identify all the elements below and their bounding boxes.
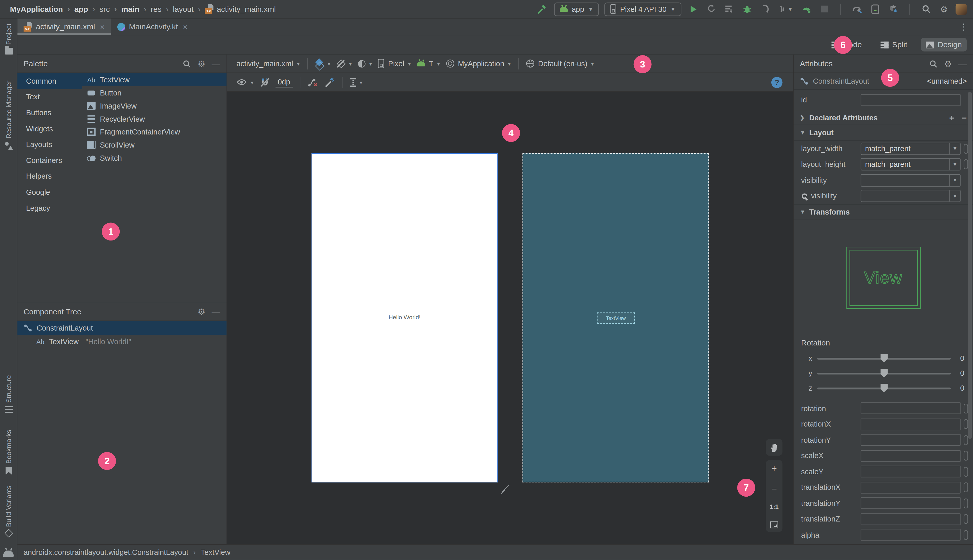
attribute-combobox[interactable]: ▼: [861, 174, 961, 186]
attribute-combobox[interactable]: match_parent▼: [861, 142, 961, 155]
night-mode-selector[interactable]: ▾: [355, 60, 375, 67]
canvas-resize-handle[interactable]: [500, 483, 511, 495]
device-selector[interactable]: Pixel▾: [375, 59, 414, 68]
attribute-pill-button[interactable]: [964, 467, 968, 477]
palette-component[interactable]: RecyclerView: [82, 112, 227, 125]
sidebar-item-build-variants[interactable]: Build Variants: [0, 485, 17, 537]
palette-component[interactable]: ScrollView: [82, 138, 227, 152]
autoconnect-toggle[interactable]: [257, 77, 273, 87]
breadcrumb-item[interactable]: activity_main.xml: [194, 4, 276, 13]
layout-section[interactable]: ▼ Layout: [794, 125, 973, 141]
hide-panel-icon[interactable]: —: [212, 307, 221, 316]
slider-track[interactable]: [818, 372, 951, 374]
remove-attribute-button[interactable]: −: [962, 112, 967, 122]
palette-category[interactable]: Google: [17, 184, 82, 200]
transforms-section[interactable]: ▼ Transforms: [794, 204, 973, 220]
attribute-input[interactable]: [861, 418, 961, 430]
help-button[interactable]: ?: [771, 77, 782, 88]
theme-selector[interactable]: MyApplication▾: [443, 59, 514, 68]
slider-track[interactable]: [818, 387, 951, 389]
target-device-select[interactable]: Pixel 4 API 30▼: [605, 2, 682, 16]
add-attribute-button[interactable]: +: [949, 112, 954, 122]
attribute-pill-button[interactable]: [964, 403, 968, 413]
zoom-out-button[interactable]: −: [771, 484, 777, 493]
tab-activity-main-xml[interactable]: activity_main.xml ×: [17, 18, 111, 35]
slider-thumb[interactable]: [880, 354, 888, 362]
palette-category[interactable]: Widgets: [17, 121, 82, 137]
status-selected-component[interactable]: TextView: [201, 548, 231, 557]
palette-category[interactable]: Buttons: [17, 105, 82, 121]
breadcrumb-item[interactable]: layout: [162, 4, 194, 13]
attribute-combobox[interactable]: ▼: [861, 190, 961, 202]
clear-constraints-button[interactable]: [304, 77, 321, 87]
tab-options-kebab-icon[interactable]: ⋮: [960, 22, 968, 32]
view-mode-button[interactable]: Design: [921, 38, 967, 51]
palette-category[interactable]: Helpers: [17, 168, 82, 184]
hide-panel-icon[interactable]: —: [212, 59, 221, 68]
attribute-pill-button[interactable]: [964, 419, 968, 429]
breadcrumb-item[interactable]: res: [139, 4, 161, 13]
tree-item-textview[interactable]: Ab TextView "Hello World!": [17, 335, 227, 348]
status-class-path[interactable]: androidx.constraintlayout.widget.Constra…: [23, 548, 188, 557]
palette-component[interactable]: Button: [82, 86, 227, 99]
palette-category[interactable]: Common: [17, 73, 82, 89]
search-icon[interactable]: [183, 59, 191, 68]
attribute-input[interactable]: [861, 402, 961, 414]
sidebar-item-bookmarks[interactable]: Bookmarks: [0, 430, 17, 475]
device-manager-icon[interactable]: [869, 3, 881, 15]
palette-component[interactable]: ImageView: [82, 99, 227, 112]
apply-changes-icon[interactable]: [705, 3, 717, 15]
gear-icon[interactable]: ⚙: [944, 59, 952, 68]
id-input[interactable]: [861, 94, 961, 106]
palette-category[interactable]: Layouts: [17, 137, 82, 152]
run-button[interactable]: [687, 3, 699, 15]
run-config-select[interactable]: app▼: [554, 2, 599, 16]
attribute-input[interactable]: [861, 466, 961, 478]
sidebar-item-structure[interactable]: Structure: [0, 375, 17, 413]
pack-guidelines-button[interactable]: ▾: [346, 78, 366, 87]
gradle-sync-icon[interactable]: [851, 3, 863, 15]
zoom-to-fit-button[interactable]: [770, 522, 778, 528]
attribute-pill-button[interactable]: [964, 159, 968, 169]
attribute-pill-button[interactable]: [964, 451, 968, 461]
android-head-icon[interactable]: [3, 550, 13, 557]
attach-debugger-icon[interactable]: ▼: [777, 3, 794, 15]
orientation-selector[interactable]: ▾: [333, 59, 355, 68]
profiler-icon[interactable]: [759, 3, 771, 15]
attribute-input[interactable]: [861, 482, 961, 493]
attribute-combobox[interactable]: match_parent▼: [861, 158, 961, 171]
infer-constraints-button[interactable]: [321, 77, 337, 87]
stop-button[interactable]: [818, 3, 830, 15]
palette-component[interactable]: Switch: [82, 151, 227, 164]
blueprint-textview[interactable]: TextView: [597, 313, 635, 323]
slider-track[interactable]: [818, 358, 951, 359]
file-selector[interactable]: activity_main.xml▾: [233, 59, 303, 68]
tab-mainactivity-kt[interactable]: MainActivity.kt ×: [111, 18, 194, 35]
scrollbar-thumb[interactable]: [968, 92, 972, 439]
gear-icon[interactable]: ⚙: [197, 59, 205, 68]
palette-component[interactable]: FragmentContainerView: [82, 125, 227, 138]
breadcrumb-item[interactable]: src: [88, 4, 110, 13]
hide-panel-icon[interactable]: —: [958, 59, 967, 68]
close-icon[interactable]: ×: [100, 22, 105, 31]
settings-gear-icon[interactable]: ⚙: [938, 3, 950, 15]
attribute-pill-button[interactable]: [964, 514, 968, 524]
slider-thumb[interactable]: [880, 383, 888, 392]
palette-category[interactable]: Containers: [17, 152, 82, 168]
sidebar-item-project[interactable]: Project: [0, 23, 17, 55]
palette-component[interactable]: TextView: [82, 73, 227, 86]
breadcrumb-item[interactable]: MyApplication: [10, 5, 63, 13]
design-canvas[interactable]: Hello World! TextView + − 1:1: [227, 92, 793, 545]
close-icon[interactable]: ×: [183, 22, 187, 31]
blueprint-surface-phone[interactable]: TextView: [522, 153, 709, 482]
pan-tool-button[interactable]: [766, 439, 782, 455]
apply-code-changes-icon[interactable]: [723, 3, 735, 15]
attribute-pill-button[interactable]: [964, 530, 968, 540]
view-options-button[interactable]: ▾: [233, 79, 257, 86]
breadcrumb-item[interactable]: app: [63, 4, 88, 13]
attribute-input[interactable]: [861, 529, 961, 541]
search-everywhere-icon[interactable]: [920, 3, 932, 15]
debug-button[interactable]: [741, 3, 753, 15]
default-margin-button[interactable]: 0dp: [275, 77, 293, 87]
design-surface-selector[interactable]: ▾: [312, 59, 333, 68]
